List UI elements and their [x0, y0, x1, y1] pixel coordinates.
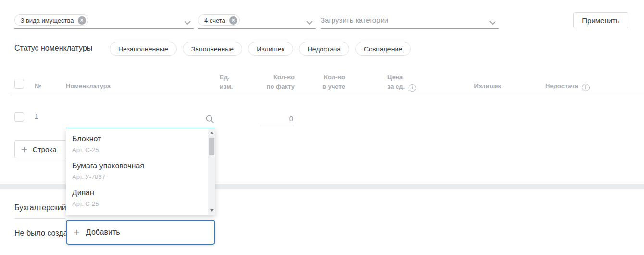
col-header-shortage: Недостачаi — [545, 81, 590, 91]
header-divider — [10, 95, 644, 95]
col-header-surplus: Излишек — [453, 81, 501, 90]
row-number: 1 — [35, 113, 38, 120]
chevron-down-icon[interactable] — [306, 18, 313, 27]
col-header-num: № — [35, 81, 42, 90]
chip-remove-icon[interactable]: × — [78, 16, 86, 25]
add-nomenclature-label: Добавить — [86, 228, 120, 237]
price-info-icon[interactable]: i — [409, 84, 416, 92]
add-row-label: Строка — [33, 145, 57, 153]
dropdown-scrollbar[interactable] — [208, 128, 215, 215]
nomenclature-search-input[interactable] — [66, 111, 215, 129]
pill-match[interactable]: Совпадение — [355, 42, 411, 56]
col-header-qty-account: Кол-во в учете — [289, 73, 345, 91]
scroll-down-icon[interactable] — [210, 209, 214, 212]
section-note: Не было созда — [14, 229, 68, 238]
dropdown-option[interactable]: Бумага упаковочная Арт. У-7867 — [66, 161, 215, 180]
dropdown-list: Блокнот Арт. С-25 Бумага упаковочная Арт… — [66, 128, 215, 215]
col-header-name: Номенклатура — [66, 81, 111, 90]
scrollbar-thumb[interactable] — [209, 138, 214, 155]
qty-fact-input[interactable]: 0 — [260, 111, 294, 126]
col-header-qty-fact: Кол-во по факту — [239, 73, 295, 91]
chevron-down-icon[interactable] — [184, 18, 191, 27]
add-row-button[interactable]: + Строка — [14, 140, 71, 158]
pill-surplus[interactable]: Излишек — [248, 42, 293, 56]
inventory-page: 3 вида имущества × 4 счета × Загрузить к… — [0, 0, 644, 255]
section-title: Бухгалтерский — [14, 204, 66, 212]
chip-remove-icon[interactable]: × — [229, 16, 237, 25]
categories-placeholder: Загрузить категории — [321, 16, 388, 24]
status-pills: Незаполненные Заполненные Излишек Недост… — [110, 42, 411, 56]
scroll-up-icon[interactable] — [210, 132, 214, 134]
status-label: Статус номенклатуры — [14, 44, 92, 52]
property-types-chip[interactable]: 3 вида имущества × — [14, 14, 88, 26]
chip-label: 4 счета — [204, 17, 225, 24]
plus-icon: + — [74, 227, 80, 238]
property-types-select[interactable]: 3 вида имущества × — [14, 12, 194, 29]
categories-select[interactable]: Загрузить категории — [321, 12, 499, 29]
col-header-price: Цена за ед.i — [387, 73, 416, 92]
dropdown-option[interactable]: Блокнот Арт. С-25 — [66, 128, 215, 153]
add-nomenclature-button[interactable]: + Добавить — [66, 220, 215, 245]
shortage-info-icon[interactable]: i — [582, 84, 590, 91]
apply-button[interactable]: Применить — [573, 12, 628, 28]
nomenclature-dropdown: Блокнот Арт. С-25 Бумага упаковочная Арт… — [66, 128, 215, 245]
dropdown-option[interactable]: Диван Арт. С-25 — [66, 188, 215, 207]
pill-unfilled[interactable]: Незаполненные — [110, 42, 177, 56]
select-all-checkbox[interactable] — [14, 79, 24, 89]
col-header-unit: Ед. изм. — [220, 73, 233, 91]
accounts-chip[interactable]: 4 счета × — [198, 14, 240, 26]
pill-filled[interactable]: Заполненные — [183, 42, 242, 56]
row-checkbox[interactable] — [14, 112, 24, 122]
chevron-down-icon[interactable] — [489, 18, 496, 27]
search-icon — [205, 115, 215, 126]
accounts-select[interactable]: 4 счета × — [198, 12, 316, 29]
pill-shortage[interactable]: Недостача — [299, 42, 349, 56]
chip-label: 3 вида имущества — [21, 17, 74, 24]
plus-icon: + — [21, 144, 27, 155]
